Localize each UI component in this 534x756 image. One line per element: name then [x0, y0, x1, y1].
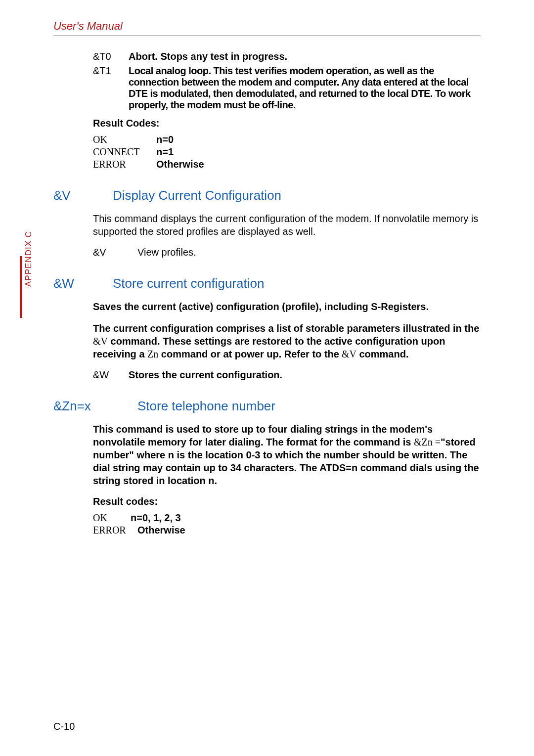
- z-result-a: OK: [93, 512, 131, 524]
- t-result-a: CONNECT: [93, 146, 156, 158]
- z-result-a: ERROR: [93, 525, 137, 536]
- page-header: User's Manual: [53, 20, 481, 36]
- t-result-row: ERROR Otherwise: [93, 159, 481, 170]
- z-result-b: n=0, 1, 2, 3: [131, 512, 181, 524]
- section-body-z: This command is used to store up to four…: [93, 423, 481, 487]
- z-pre: This command is used to store up to four…: [93, 424, 433, 447]
- t1-cmd: &T1: [93, 65, 129, 111]
- page: User's Manual APPENDIX C &T0 Abort. Stop…: [0, 0, 534, 756]
- section-cmd-v: &V: [53, 188, 103, 203]
- w2-c3: &V: [339, 349, 356, 359]
- t0-row: &T0 Abort. Stops any test in progress.: [93, 51, 481, 62]
- w2-end: command.: [356, 349, 409, 359]
- w-row-desc: Stores the current configuration.: [129, 369, 481, 381]
- side-tab: APPENDIX C: [20, 256, 31, 318]
- section-cmd-w: &W: [53, 276, 103, 291]
- v-row-cmd: &V: [93, 247, 137, 258]
- t-result-b: n=0: [156, 134, 174, 145]
- w2-c2: Zn: [147, 349, 158, 359]
- section-body-w1: Saves the current (active) configuration…: [93, 300, 481, 313]
- section-title-z: Store telephone number: [137, 399, 275, 414]
- section-heading-w: &W Store current configuration: [53, 276, 481, 291]
- side-tab-bar: [20, 256, 22, 318]
- section-heading-v: &V Display Current Configuration: [53, 188, 481, 203]
- t-result-a: OK: [93, 134, 156, 145]
- t-result-b: n=1: [156, 146, 174, 158]
- w2-c1: &V: [93, 336, 108, 347]
- w-row: &W Stores the current configuration.: [93, 369, 481, 381]
- t0-cmd: &T0: [93, 51, 129, 62]
- t1-row: &T1 Local analog loop. This test verifie…: [93, 65, 481, 111]
- v-row-desc: View profiles.: [137, 247, 481, 258]
- t-result-row: OK n=0: [93, 134, 481, 145]
- z-c1: &Zn =: [414, 437, 441, 447]
- t-result-b: Otherwise: [156, 159, 204, 170]
- z-result-row: OK n=0, 1, 2, 3: [93, 512, 481, 524]
- section-body-w2: The current configuration comprises a li…: [93, 322, 481, 360]
- z-result-caption: Result codes:: [93, 496, 481, 507]
- z-result-row: ERROR Otherwise: [93, 525, 481, 536]
- v-row: &V View profiles.: [93, 247, 481, 258]
- w-row-cmd: &W: [93, 369, 129, 381]
- content-area: &T0 Abort. Stops any test in progress. &…: [93, 51, 481, 536]
- side-tab-label: APPENDIX C: [24, 231, 34, 287]
- w2-post: command or at power up. Refer to the: [158, 349, 339, 359]
- w2-pre: The current configuration comprises a li…: [93, 323, 479, 334]
- section-title-w: Store current configuration: [113, 276, 264, 291]
- t-result-a: ERROR: [93, 159, 156, 170]
- t-result-caption: Result Codes:: [93, 118, 481, 129]
- section-body-v: This command displays the current config…: [93, 212, 481, 238]
- t-result-row: CONNECT n=1: [93, 146, 481, 158]
- z-result-b: Otherwise: [137, 525, 185, 536]
- section-title-v: Display Current Configuration: [113, 188, 281, 203]
- t1-desc: Local analog loop. This test verifies mo…: [129, 65, 481, 111]
- page-footer: C-10: [53, 721, 75, 732]
- section-cmd-z: &Zn=x: [53, 399, 128, 414]
- section-heading-z: &Zn=x Store telephone number: [53, 399, 481, 414]
- t0-desc: Abort. Stops any test in progress.: [129, 51, 481, 62]
